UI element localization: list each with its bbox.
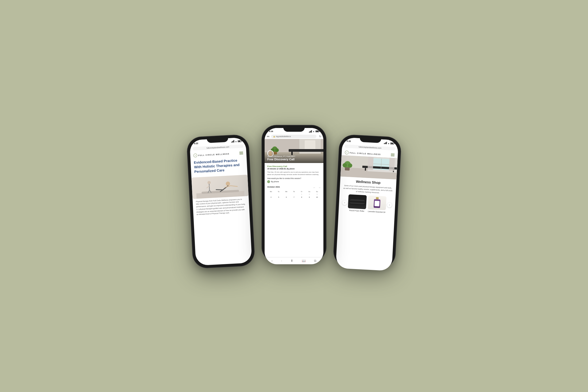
svg-line-10 xyxy=(207,186,209,188)
cal-day-6[interactable]: 6 xyxy=(283,196,290,199)
scene: 4:22 ▲ fullcircleptandwellness.co xyxy=(190,128,398,264)
hero-image-right xyxy=(341,155,398,179)
cal-header-th: Th xyxy=(290,191,298,193)
cal-day-7[interactable]: 7 xyxy=(290,196,298,199)
svg-rect-39 xyxy=(368,156,374,170)
brand-emblem-right: ✦ xyxy=(345,150,349,154)
svg-point-2 xyxy=(226,181,230,186)
radio-btn-phone[interactable] xyxy=(267,180,270,183)
cal-header-su: Su xyxy=(313,191,321,193)
hamburger-menu-right[interactable] xyxy=(391,153,395,156)
cal-day-3: 3 xyxy=(313,193,321,196)
headline-left: Evidenced-Based Practice With Holistic T… xyxy=(194,158,244,174)
product-name-essential-oil: Lavender Essential Oil xyxy=(368,210,385,213)
content-center: Free Discovery Call 15 minutes @ US$0.00… xyxy=(265,163,323,257)
notch-left xyxy=(207,135,228,143)
svg-rect-31 xyxy=(365,168,366,170)
product-card-foam-roller[interactable]: Round Foam Roller xyxy=(348,194,367,212)
cal-day-8[interactable]: 8 xyxy=(298,196,305,199)
phone-center: 4:16 ▲ AA 🔒 xyxy=(262,125,326,262)
svg-line-5 xyxy=(231,185,237,187)
url-bar-center[interactable]: 🔒 my.practicebetter.io xyxy=(271,135,316,138)
svg-line-6 xyxy=(216,189,223,190)
product-carousel: ‹ Round Foam Roller xyxy=(342,194,392,214)
signal-bar-3 xyxy=(233,141,233,142)
brand-name-left: FULL CIRCLE WELLNESS xyxy=(198,153,230,156)
product-name-foam-roller: Round Foam Roller xyxy=(349,209,365,212)
cal-header-fr: Fr xyxy=(298,191,305,193)
svg-line-9 xyxy=(209,184,210,190)
signal-bar-4 xyxy=(234,140,234,142)
time-right: 4:20 xyxy=(346,140,351,142)
product-card-essential-oil[interactable]: Lavender Essential Oil xyxy=(368,195,386,213)
carousel-prev[interactable]: ‹ xyxy=(342,200,347,205)
signal-bar-1 xyxy=(231,142,232,142)
cal-header-mo: Mo xyxy=(267,191,275,193)
brand-logo-right: ✦ FULL CIRCLE WELLNESS xyxy=(345,150,381,156)
screen-center: 4:16 ▲ AA 🔒 xyxy=(265,128,323,264)
cal-prev[interactable]: ← xyxy=(313,186,316,189)
wifi-right: ▲ xyxy=(388,142,389,144)
nav-tabs-icon[interactable]: ⧉ xyxy=(314,259,316,263)
cal-day-empty-3: 29 xyxy=(283,193,290,196)
yoga-svg xyxy=(195,175,245,199)
oil-body xyxy=(374,199,381,208)
nav-forward-icon[interactable]: › xyxy=(281,259,282,263)
battery-left xyxy=(238,140,241,142)
hero-title-center: Free Discovery Call xyxy=(267,158,321,161)
discovery-call-title: Free Discovery Call xyxy=(267,165,321,168)
svg-rect-40 xyxy=(389,158,395,171)
phone-left: 4:22 ▲ fullcircleptandwellness.co xyxy=(187,134,255,268)
hero-text-left: Evidenced-Based Practice With Holistic T… xyxy=(191,156,247,177)
foam-roller-image xyxy=(348,194,367,209)
cal-day-5[interactable]: 5 xyxy=(275,196,283,199)
brand-emblem-left: ✦ xyxy=(194,153,198,157)
battery-center xyxy=(315,130,319,132)
signal-right xyxy=(384,142,387,144)
product-grid: Round Foam Roller xyxy=(348,194,386,213)
body-text-left: Physical therapy from Full Circle Wellne… xyxy=(193,197,250,216)
foam-roller-cylinder xyxy=(349,199,365,204)
hero-overlay-center: Jessica McManus, PT, FAAOMPT Free Discov… xyxy=(265,153,323,163)
brand-logo-left: ✦ FULL CIRCLE WELLNESS xyxy=(194,152,230,157)
cal-day-empty-4: 30 xyxy=(290,193,298,196)
svg-point-8 xyxy=(207,181,211,184)
time-left: 4:22 xyxy=(194,142,198,145)
cal-day-4[interactable]: 4 xyxy=(267,196,275,199)
calendar-month: October 2021 xyxy=(267,186,280,188)
status-icons-left: ▲ xyxy=(231,140,241,142)
svg-rect-17 xyxy=(289,149,323,152)
cal-next[interactable]: → xyxy=(318,186,321,189)
hero-center: Jessica McManus, PT, FAAOMPT Free Discov… xyxy=(265,139,323,163)
cal-day-9[interactable]: 9 xyxy=(306,196,313,199)
oil-bottle xyxy=(373,197,381,208)
cal-day-10[interactable]: 10 xyxy=(313,196,321,199)
svg-point-23 xyxy=(275,148,279,152)
hero-image-left xyxy=(191,174,249,199)
cal-day-1: 1 xyxy=(298,193,305,196)
time-center: 4:16 xyxy=(269,130,273,133)
signal-bar-2 xyxy=(232,141,233,142)
carousel-next[interactable]: › xyxy=(387,202,392,207)
essential-oil-image xyxy=(368,195,386,210)
phone-right: 4:20 ▲ fullcircleptandwellness.co xyxy=(333,134,401,268)
cal-header-sa: Sa xyxy=(306,191,313,193)
status-icons-center: ▲ xyxy=(309,130,319,133)
nav-back-icon[interactable]: ‹ xyxy=(272,259,273,263)
brand-name-right: FULL CIRCLE WELLNESS xyxy=(350,152,381,155)
discovery-call-desc: This free, 15 min call is great for you … xyxy=(267,171,321,176)
notch-center xyxy=(283,125,305,132)
hamburger-menu-left[interactable] xyxy=(239,152,243,154)
radio-label-phone: By phone xyxy=(271,181,279,183)
wifi-left: ▲ xyxy=(235,140,237,142)
oil-cap xyxy=(376,197,378,199)
radio-btn-inner xyxy=(268,181,269,182)
nav-share-icon[interactable]: ⬆ xyxy=(291,259,293,263)
lock-icon: 🔒 xyxy=(273,135,275,137)
nav-book-icon[interactable]: 📖 xyxy=(302,259,306,263)
aa-text: AA xyxy=(267,135,269,137)
reload-icon[interactable]: ↻ xyxy=(319,135,321,138)
content-right: Wellness Shop Some of our most used phys… xyxy=(339,176,397,216)
calendar-nav: ← → xyxy=(313,185,321,189)
radio-option-phone[interactable]: By phone xyxy=(267,180,321,183)
